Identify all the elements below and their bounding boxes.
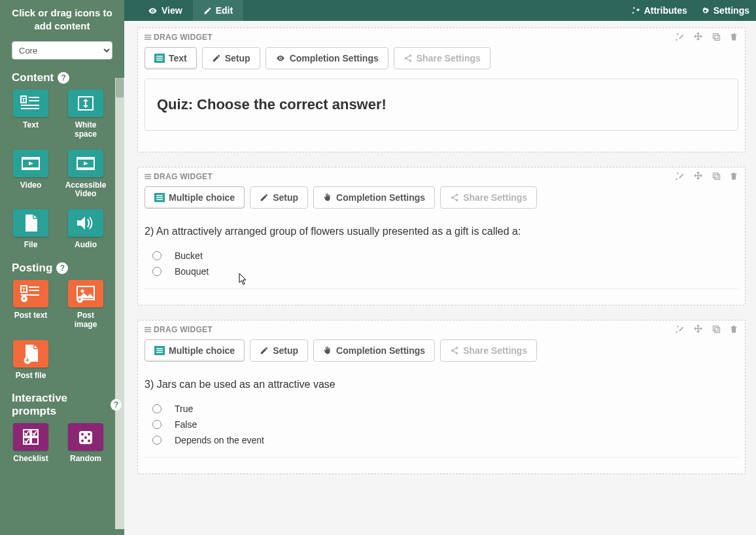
tab-view[interactable]: View [137, 0, 193, 21]
svg-line-66 [453, 198, 456, 199]
widget-icon-checklist[interactable]: Checklist [10, 423, 51, 464]
svg-point-47 [279, 58, 281, 59]
eye-icon [148, 6, 158, 16]
svg-point-50 [409, 60, 412, 62]
sidebar: Click or drag icons to add content Core … [0, 0, 124, 535]
help-icon[interactable]: ? [56, 262, 68, 274]
pencil-icon [260, 193, 269, 202]
radio-icon[interactable] [152, 420, 162, 429]
radio-icon[interactable] [152, 436, 162, 445]
sidebar-header: Click or drag icons to add content [0, 0, 124, 36]
widget-tab-completion-settings[interactable]: Completion Settings [313, 339, 435, 362]
wand-icon [631, 6, 641, 16]
wand-icon[interactable] [675, 324, 685, 334]
attributes-button[interactable]: Attributes [625, 0, 694, 21]
svg-text:+: + [26, 356, 29, 364]
pencil-icon [203, 7, 212, 15]
trash-icon[interactable] [729, 171, 738, 181]
svg-rect-38 [145, 35, 151, 36]
option-row[interactable]: Bucket [152, 250, 738, 261]
drag-handle[interactable]: DRAG WIDGET [145, 325, 213, 334]
svg-rect-57 [713, 173, 719, 179]
move-icon[interactable] [693, 32, 704, 41]
radio-icon[interactable] [152, 267, 162, 276]
radio-icon[interactable] [152, 404, 162, 413]
widget-icon-post-image[interactable]: +Post image [65, 280, 106, 330]
drag-handle[interactable]: DRAG WIDGET [145, 172, 213, 181]
trash-icon[interactable] [729, 324, 738, 334]
widget-icon-text[interactable]: TText [10, 90, 51, 139]
widget-icon-accessible-video[interactable]: Accessible Video [65, 150, 106, 199]
svg-rect-9 [22, 158, 39, 160]
widget-tab-share-settings[interactable]: Share Settings [440, 186, 537, 209]
icon-box [68, 209, 103, 237]
widget-icon-file[interactable]: File [10, 209, 51, 250]
icon-box [68, 90, 103, 117]
wand-icon[interactable] [675, 171, 685, 181]
sidebar-category-select[interactable]: Core [12, 41, 112, 60]
svg-point-22 [81, 289, 84, 292]
svg-line-80 [453, 351, 456, 353]
wand-icon[interactable] [675, 32, 685, 42]
icon-box: T+ [13, 280, 48, 307]
help-icon[interactable]: ? [111, 399, 122, 411]
svg-rect-69 [145, 331, 151, 332]
svg-rect-41 [715, 35, 720, 41]
widget-tab-completion-settings[interactable]: Completion Settings [313, 186, 435, 209]
option-row[interactable]: True [152, 404, 738, 414]
drag-handle[interactable]: DRAG WIDGET [145, 33, 213, 42]
widget-tab-share-settings[interactable]: Share Settings [394, 47, 490, 69]
drag-icon [145, 34, 151, 41]
widget-icon-post-text[interactable]: T+Post text [10, 280, 51, 330]
widget-icon-post-file[interactable]: +Post file [10, 340, 51, 381]
share-icon [450, 193, 459, 202]
widget-icon-audio[interactable]: Audio [65, 209, 106, 250]
question-text: 3) Jars can be used as an attractive vas… [145, 379, 738, 390]
widget: DRAG WIDGET Multiple choiceSetupCompleti… [137, 320, 746, 474]
tab-edit[interactable]: Edit [193, 0, 243, 21]
option-row[interactable]: Bouquet [152, 266, 738, 277]
icon-box: T [13, 90, 48, 117]
widget-icon-video[interactable]: Video [10, 150, 51, 199]
widget-actions [675, 324, 738, 334]
widget-actions [675, 32, 738, 42]
svg-line-65 [453, 196, 456, 197]
icon-label: Accessible Video [65, 181, 107, 199]
icon-label: Audio [75, 241, 97, 250]
widget-tab-completion-settings[interactable]: Completion Settings [266, 47, 388, 69]
text-block[interactable]: Quiz: Choose the correct answer! [145, 78, 738, 131]
section-title: Content ? [12, 71, 122, 84]
widget-tab-share-settings[interactable]: Share Settings [440, 339, 537, 362]
widget-icon-white-space[interactable]: White space [65, 90, 106, 139]
svg-rect-71 [713, 326, 719, 332]
radio-icon[interactable] [152, 251, 162, 260]
eye-icon [275, 54, 286, 63]
icon-box: + [68, 280, 103, 307]
widget: DRAG WIDGET Multiple choiceSetupCompleti… [137, 167, 746, 305]
copy-icon[interactable] [712, 171, 721, 181]
topbar: View Edit Attributes Settings [124, 0, 756, 21]
list-icon [154, 346, 165, 355]
widget: DRAG WIDGET TextSetupCompletion Settings… [137, 27, 746, 152]
icon-box [68, 150, 103, 177]
widget-tab-multiple-choice[interactable]: Multiple choice [145, 186, 245, 209]
share-icon [404, 54, 413, 63]
widget-tab-multiple-choice[interactable]: Multiple choice [145, 339, 245, 362]
widget-tab-setup[interactable]: Setup [202, 47, 260, 69]
svg-rect-12 [77, 158, 94, 160]
copy-icon[interactable] [712, 32, 721, 42]
trash-icon[interactable] [729, 32, 738, 42]
copy-icon[interactable] [712, 324, 721, 334]
widget-tab-text[interactable]: Text [145, 47, 197, 69]
option-row[interactable]: Depends on the event [152, 435, 738, 445]
widget-icon-random[interactable]: Random [65, 423, 106, 464]
widget-tab-setup[interactable]: Setup [250, 339, 308, 362]
help-icon[interactable]: ? [58, 72, 69, 84]
move-icon[interactable] [693, 324, 704, 333]
icon-label: Random [70, 455, 101, 464]
settings-button[interactable]: Settings [694, 0, 756, 21]
option-row[interactable]: False [152, 419, 738, 430]
list-icon [154, 193, 165, 202]
move-icon[interactable] [693, 171, 704, 180]
widget-tab-setup[interactable]: Setup [250, 186, 308, 209]
